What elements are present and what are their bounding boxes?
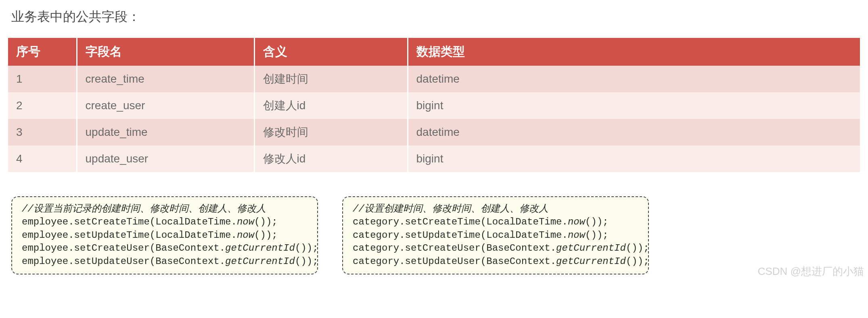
- code-boxes-container: //设置当前记录的创建时间、修改时间、创建人、修改人 employee.setC…: [8, 196, 860, 274]
- table-row: 2 create_user 创建人id bigint: [8, 92, 860, 119]
- cell-seq: 3: [8, 119, 77, 145]
- cell-meaning: 创建人id: [254, 92, 408, 119]
- cell-seq: 1: [8, 66, 77, 92]
- code-line: employee.setCreateTime(LocalDateTime.now…: [22, 216, 307, 229]
- code-comment: //设置创建时间、修改时间、创建人、修改人: [353, 203, 638, 216]
- cell-field: update_user: [77, 145, 254, 172]
- col-header-type: 数据类型: [408, 38, 860, 66]
- cell-type: bigint: [408, 145, 860, 172]
- cell-field: update_time: [77, 119, 254, 145]
- code-line: category.setCreateUser(BaseContext.getCu…: [353, 242, 638, 255]
- table-row: 1 create_time 创建时间 datetime: [8, 66, 860, 92]
- cell-seq: 2: [8, 92, 77, 119]
- code-line: employee.setUpdateTime(LocalDateTime.now…: [22, 229, 307, 242]
- col-header-field: 字段名: [77, 38, 254, 66]
- code-line: category.setUpdateUser(BaseContext.getCu…: [353, 255, 638, 268]
- cell-meaning: 修改人id: [254, 145, 408, 172]
- code-line: employee.setCreateUser(BaseContext.getCu…: [22, 242, 307, 255]
- cell-field: create_time: [77, 66, 254, 92]
- col-header-meaning: 含义: [254, 38, 408, 66]
- cell-field: create_user: [77, 92, 254, 119]
- cell-seq: 4: [8, 145, 77, 172]
- table-row: 4 update_user 修改人id bigint: [8, 145, 860, 172]
- cell-type: bigint: [408, 92, 860, 119]
- table-header-row: 序号 字段名 含义 数据类型: [8, 38, 860, 66]
- cell-meaning: 创建时间: [254, 66, 408, 92]
- page-title: 业务表中的公共字段：: [11, 8, 860, 26]
- code-box-category: //设置创建时间、修改时间、创建人、修改人 category.setCreate…: [342, 196, 649, 274]
- code-comment: //设置当前记录的创建时间、修改时间、创建人、修改人: [22, 203, 307, 216]
- fields-table: 序号 字段名 含义 数据类型 1 create_time 创建时间 dateti…: [8, 38, 860, 172]
- cell-meaning: 修改时间: [254, 119, 408, 145]
- code-line: category.setUpdateTime(LocalDateTime.now…: [353, 229, 638, 242]
- cell-type: datetime: [408, 66, 860, 92]
- code-line: employee.setUpdateUser(BaseContext.getCu…: [22, 255, 307, 268]
- col-header-seq: 序号: [8, 38, 77, 66]
- code-line: category.setCreateTime(LocalDateTime.now…: [353, 216, 638, 229]
- code-box-employee: //设置当前记录的创建时间、修改时间、创建人、修改人 employee.setC…: [11, 196, 318, 274]
- table-row: 3 update_time 修改时间 datetime: [8, 119, 860, 145]
- cell-type: datetime: [408, 119, 860, 145]
